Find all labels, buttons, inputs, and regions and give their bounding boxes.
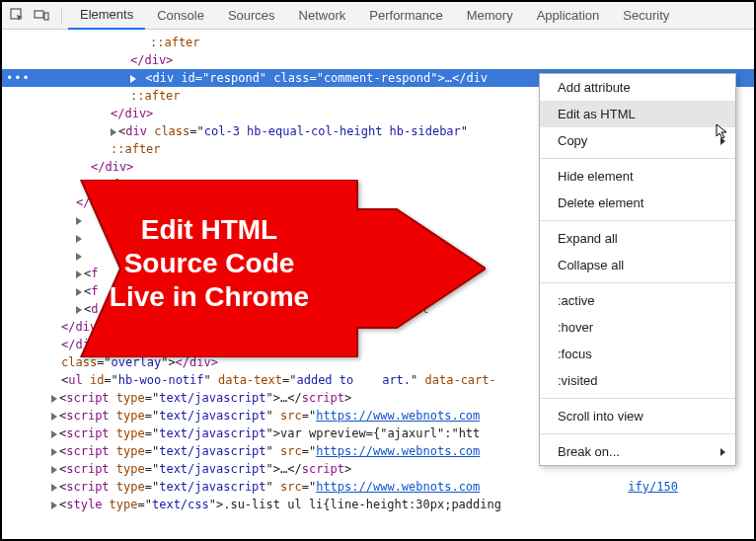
menu-copy[interactable]: Copy	[540, 127, 735, 154]
submenu-arrow-icon	[720, 448, 725, 456]
expand-arrow-icon[interactable]	[51, 466, 57, 474]
menu-state-focus[interactable]: :focus	[540, 341, 735, 367]
menu-separator	[540, 398, 735, 399]
menu-edit-as-html[interactable]: Edit as HTML	[540, 101, 735, 127]
expand-arrow-icon[interactable]	[51, 448, 57, 456]
expand-arrow-icon[interactable]	[51, 484, 57, 492]
tab-memory[interactable]: Memory	[455, 2, 525, 29]
menu-expand-all[interactable]: Expand all	[540, 225, 735, 252]
tab-sources[interactable]: Sources	[216, 2, 287, 29]
menu-break-on[interactable]: Break on...	[540, 438, 735, 465]
annotation-arrow: Edit HTML Source Code Live in Chrome	[32, 180, 486, 360]
inspect-element-icon[interactable]	[8, 6, 28, 26]
tab-elements[interactable]: Elements	[68, 1, 145, 30]
mouse-cursor-icon	[715, 122, 732, 143]
menu-delete-element[interactable]: Delete element	[540, 190, 735, 216]
expand-arrow-icon[interactable]	[130, 75, 136, 83]
devtools-toolbar: Elements Console Sources Network Perform…	[2, 2, 754, 30]
menu-separator	[540, 220, 735, 221]
menu-add-attribute[interactable]: Add attribute	[540, 74, 735, 101]
expand-arrow-icon[interactable]	[111, 128, 116, 136]
svg-rect-1	[35, 11, 43, 18]
menu-state-visited[interactable]: :visited	[540, 367, 735, 394]
context-menu: Add attribute Edit as HTML Copy Hide ele…	[539, 73, 736, 466]
menu-collapse-all[interactable]: Collapse all	[540, 252, 735, 278]
dom-node[interactable]: <script type="text/javascript" src="http…	[2, 478, 754, 496]
menu-separator	[540, 282, 735, 283]
menu-scroll-into-view[interactable]: Scroll into view	[540, 403, 735, 429]
menu-hide-element[interactable]: Hide element	[540, 163, 735, 190]
expand-arrow-icon[interactable]	[51, 430, 57, 438]
menu-separator	[540, 158, 735, 159]
tab-security[interactable]: Security	[611, 2, 681, 29]
dom-node[interactable]: <style type="text/css">.su-list ul li{li…	[2, 496, 754, 513]
tab-performance[interactable]: Performance	[357, 2, 454, 29]
tab-console[interactable]: Console	[145, 2, 216, 29]
dom-pseudo: ::after	[2, 34, 754, 51]
menu-separator	[540, 433, 735, 434]
menu-state-active[interactable]: :active	[540, 287, 735, 314]
svg-rect-2	[44, 13, 48, 20]
device-toggle-icon[interactable]	[32, 6, 51, 26]
dom-close-tag: </div>	[2, 51, 754, 69]
menu-state-hover[interactable]: :hover	[540, 314, 735, 341]
expand-arrow-icon[interactable]	[51, 395, 57, 403]
tab-network[interactable]: Network	[287, 2, 358, 29]
tab-application[interactable]: Application	[525, 2, 612, 29]
expand-arrow-icon[interactable]	[51, 413, 57, 421]
expand-arrow-icon[interactable]	[51, 502, 57, 509]
annotation-text: Edit HTML Source Code Live in Chrome	[71, 213, 347, 314]
